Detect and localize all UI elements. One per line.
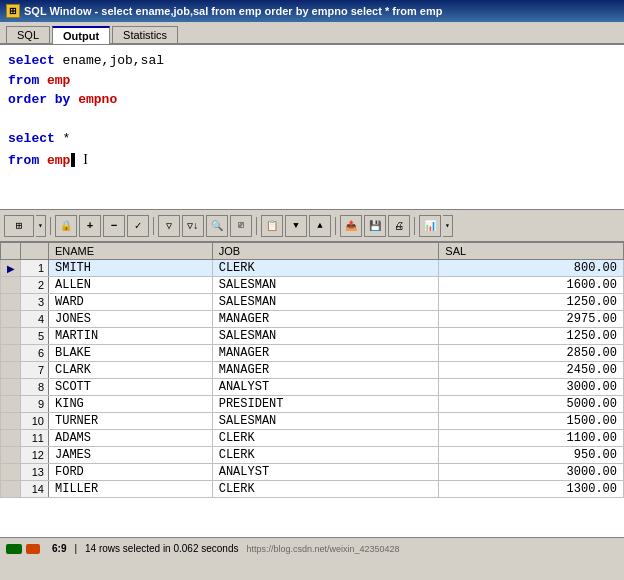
table-row[interactable]: 13FORDANALYST3000.00 [1, 464, 624, 481]
check-icon: ✓ [135, 219, 142, 232]
row-marker [1, 379, 21, 396]
cell-ename: ALLEN [49, 277, 213, 294]
chart-dropdown[interactable]: ▾ [443, 215, 453, 237]
row-number: 12 [21, 447, 49, 464]
tab-sql[interactable]: SQL [6, 26, 50, 43]
row-number: 13 [21, 464, 49, 481]
confirm-button[interactable]: ✓ [127, 215, 149, 237]
toolbar-sep-5 [414, 217, 415, 235]
nav-up-button[interactable]: ▲ [309, 215, 331, 237]
row-number: 8 [21, 379, 49, 396]
status-url: https://blog.csdn.net/weixin_42350428 [247, 544, 400, 554]
save-button[interactable]: 💾 [364, 215, 386, 237]
chart-button[interactable]: 📊 [419, 215, 441, 237]
table-row[interactable]: ▶1SMITHCLERK800.00 [1, 260, 624, 277]
grid-view-dropdown[interactable]: ▾ [36, 215, 46, 237]
tab-statistics[interactable]: Statistics [112, 26, 178, 43]
table-row[interactable]: 12JAMESCLERK950.00 [1, 447, 624, 464]
separator: | [74, 543, 77, 554]
toolbar-sep-3 [256, 217, 257, 235]
row-marker [1, 311, 21, 328]
row-number: 10 [21, 413, 49, 430]
nav-down-button[interactable]: ▼ [285, 215, 307, 237]
row-number: 11 [21, 430, 49, 447]
table-row[interactable]: 7CLARKMANAGER2450.00 [1, 362, 624, 379]
cell-sal: 2850.00 [439, 345, 624, 362]
copy-icon: 📋 [266, 220, 278, 232]
cell-job: SALESMAN [212, 328, 439, 345]
row-number: 3 [21, 294, 49, 311]
table-row[interactable]: 11ADAMSCLERK1100.00 [1, 430, 624, 447]
sort-icon: ▽↓ [187, 220, 199, 232]
cell-job: SALESMAN [212, 277, 439, 294]
print-button[interactable]: 🖨 [388, 215, 410, 237]
connected-icon [6, 544, 22, 554]
clear-icon: ⎚ [238, 220, 244, 231]
table-row[interactable]: 4JONESMANAGER2975.00 [1, 311, 624, 328]
cell-sal: 2450.00 [439, 362, 624, 379]
toolbar: ⊞ ▾ 🔒 + − ✓ ▽ ▽↓ 🔍 ⎚ 📋 ▼ ▲ 📤 💾 🖨 [0, 210, 624, 242]
filter-icon: ▽ [166, 220, 172, 232]
copy-button[interactable]: 📋 [261, 215, 283, 237]
search-icon: 🔍 [211, 220, 223, 232]
col-job[interactable]: JOB [212, 243, 439, 260]
row-marker [1, 413, 21, 430]
remove-row-button[interactable]: − [103, 215, 125, 237]
lock-button[interactable]: 🔒 [55, 215, 77, 237]
cell-ename: BLAKE [49, 345, 213, 362]
cell-job: CLERK [212, 430, 439, 447]
cell-job: CLERK [212, 481, 439, 498]
cell-sal: 5000.00 [439, 396, 624, 413]
row-number: 9 [21, 396, 49, 413]
sort-button[interactable]: ▽↓ [182, 215, 204, 237]
table-row[interactable]: 3WARDSALESMAN1250.00 [1, 294, 624, 311]
cell-sal: 1250.00 [439, 328, 624, 345]
sql-editor[interactable]: select ename,job,sal from emp order by e… [0, 45, 624, 210]
row-marker [1, 345, 21, 362]
warning-icon [26, 544, 40, 554]
cell-sal: 2975.00 [439, 311, 624, 328]
cell-job: SALESMAN [212, 413, 439, 430]
search-button[interactable]: 🔍 [206, 215, 228, 237]
status-bar: 6:9 | 14 rows selected in 0.062 seconds … [0, 537, 624, 559]
cell-ename: KING [49, 396, 213, 413]
table-row[interactable]: 6BLAKEMANAGER2850.00 [1, 345, 624, 362]
tab-bar: SQL Output Statistics [0, 22, 624, 45]
clear-button[interactable]: ⎚ [230, 215, 252, 237]
app-icon: ⊞ [6, 4, 20, 18]
table-row[interactable]: 9KINGPRESIDENT5000.00 [1, 396, 624, 413]
title-bar: ⊞ SQL Window - select ename,job,sal from… [0, 0, 624, 22]
data-grid[interactable]: ENAME JOB SAL ▶1SMITHCLERK800.002ALLENSA… [0, 242, 624, 537]
col-ename[interactable]: ENAME [49, 243, 213, 260]
grid-icon: ⊞ [16, 219, 23, 232]
cell-ename: MILLER [49, 481, 213, 498]
window-title: SQL Window - select ename,job,sal from e… [24, 5, 442, 17]
table-row[interactable]: 10TURNERSALESMAN1500.00 [1, 413, 624, 430]
filter-button[interactable]: ▽ [158, 215, 180, 237]
row-marker [1, 396, 21, 413]
cell-job: SALESMAN [212, 294, 439, 311]
table-row[interactable]: 14MILLERCLERK1300.00 [1, 481, 624, 498]
editor-line-4 [8, 110, 616, 130]
cell-job: MANAGER [212, 362, 439, 379]
cell-sal: 1300.00 [439, 481, 624, 498]
row-marker [1, 277, 21, 294]
col-sal[interactable]: SAL [439, 243, 624, 260]
status-message: 14 rows selected in 0.062 seconds [85, 543, 238, 554]
row-number: 14 [21, 481, 49, 498]
cell-job: PRESIDENT [212, 396, 439, 413]
add-row-button[interactable]: + [79, 215, 101, 237]
row-marker [1, 362, 21, 379]
row-number: 2 [21, 277, 49, 294]
save-icon: 💾 [369, 220, 381, 232]
table-row[interactable]: 5MARTINSALESMAN1250.00 [1, 328, 624, 345]
table-row[interactable]: 2ALLENSALESMAN1600.00 [1, 277, 624, 294]
print-icon: 🖨 [394, 220, 404, 232]
row-number: 7 [21, 362, 49, 379]
export-button[interactable]: 📤 [340, 215, 362, 237]
grid-view-button[interactable]: ⊞ [4, 215, 34, 237]
table-row[interactable]: 8SCOTTANALYST3000.00 [1, 379, 624, 396]
tab-output[interactable]: Output [52, 26, 110, 44]
row-marker [1, 430, 21, 447]
cell-sal: 3000.00 [439, 379, 624, 396]
